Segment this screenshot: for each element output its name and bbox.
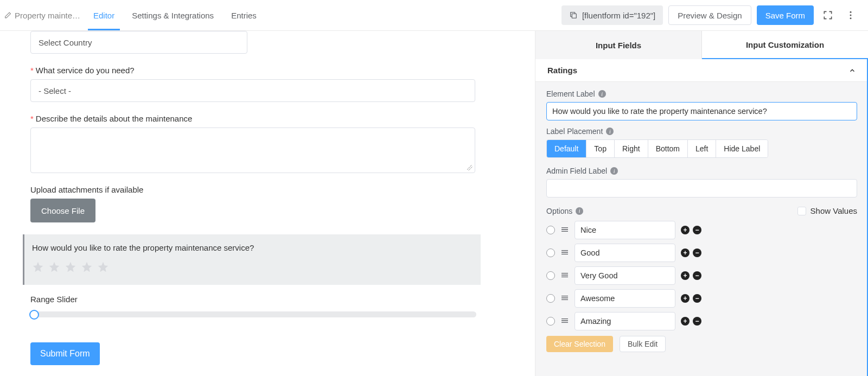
admin-field-label-title: Admin Field Label <box>546 167 607 175</box>
svg-point-2 <box>850 15 852 16</box>
shortcode-display[interactable]: [fluentform id="192"] <box>561 5 663 25</box>
describe-label: Describe the details about the maintenan… <box>36 114 193 123</box>
option-default-radio[interactable] <box>546 271 555 280</box>
option-default-radio[interactable] <box>546 317 555 326</box>
option-label-input[interactable] <box>575 312 675 330</box>
bulk-edit-button[interactable]: Bulk Edit <box>620 336 666 352</box>
option-add-button[interactable]: + <box>681 226 690 234</box>
drag-handle-icon[interactable] <box>560 248 569 258</box>
range-slider[interactable] <box>30 311 476 317</box>
shortcode-text: [fluentform id="192"] <box>582 11 655 20</box>
option-label-input[interactable] <box>575 221 675 239</box>
admin-field-label-input[interactable] <box>546 179 857 197</box>
info-icon[interactable]: i <box>610 167 618 175</box>
required-indicator: * <box>30 114 34 123</box>
option-label-input[interactable] <box>575 266 675 285</box>
fullscreen-button[interactable] <box>819 7 837 24</box>
placement-hide[interactable]: Hide Label <box>716 140 768 157</box>
info-icon[interactable]: i <box>598 90 606 98</box>
show-values-checkbox[interactable] <box>797 207 806 215</box>
option-default-radio[interactable] <box>546 226 555 234</box>
star-icon[interactable] <box>97 261 109 273</box>
option-default-radio[interactable] <box>546 248 555 257</box>
rating-stars[interactable] <box>32 261 473 273</box>
drag-handle-icon[interactable] <box>560 316 569 327</box>
choose-file-button[interactable]: Choose File <box>30 199 95 222</box>
option-default-radio[interactable] <box>546 294 555 303</box>
drag-handle-icon[interactable] <box>560 294 569 304</box>
option-add-button[interactable]: + <box>681 317 690 326</box>
range-label: Range Slider <box>30 295 78 304</box>
form-name[interactable]: Property mainte… <box>4 11 80 20</box>
option-add-button[interactable]: + <box>681 294 690 303</box>
ratings-field-block[interactable]: How would you like to rate the property … <box>23 234 481 285</box>
placement-left[interactable]: Left <box>688 140 716 157</box>
star-icon[interactable] <box>32 261 44 273</box>
option-remove-button[interactable]: − <box>693 294 701 303</box>
ratings-accordion-header[interactable]: Ratings <box>535 59 868 82</box>
element-label-title: Element Label <box>546 90 595 98</box>
placement-bottom[interactable]: Bottom <box>648 140 688 157</box>
expand-icon <box>822 10 833 21</box>
tab-settings[interactable]: Settings & Integrations <box>132 0 214 30</box>
preview-design-button[interactable]: Preview & Design <box>668 5 751 25</box>
option-remove-button[interactable]: − <box>693 271 701 280</box>
submit-button[interactable]: Submit Form <box>30 342 100 365</box>
tab-editor[interactable]: Editor <box>93 0 114 30</box>
option-add-button[interactable]: + <box>681 248 690 257</box>
tab-input-customization[interactable]: Input Customization <box>702 31 868 59</box>
option-row: +− <box>546 221 857 239</box>
option-remove-button[interactable]: − <box>693 248 701 257</box>
clear-selection-button[interactable]: Clear Selection <box>546 336 613 352</box>
svg-point-1 <box>850 11 852 13</box>
svg-point-3 <box>850 17 852 19</box>
service-label: What service do you need? <box>36 66 135 75</box>
label-placement-title: Label Placement <box>546 127 603 136</box>
save-form-button[interactable]: Save Form <box>757 5 814 25</box>
service-select[interactable]: - Select - <box>30 79 475 102</box>
star-icon[interactable] <box>65 261 76 273</box>
panel-tabs: Input Fields Input Customization <box>535 31 868 59</box>
upload-label: Upload attachments if available <box>30 185 143 194</box>
right-panel: Input Fields Input Customization Ratings… <box>535 31 868 376</box>
tab-entries[interactable]: Entries <box>231 0 257 30</box>
label-placement-group: Default Top Right Bottom Left Hide Label <box>546 139 768 158</box>
ratings-label: How would you like to rate the property … <box>32 243 473 252</box>
range-slider-thumb[interactable] <box>29 310 39 320</box>
option-row: +− <box>546 312 857 330</box>
option-label-input[interactable] <box>575 289 675 308</box>
pencil-icon <box>4 11 11 19</box>
info-icon[interactable]: i <box>576 207 583 215</box>
country-select[interactable]: Select Country <box>30 31 247 54</box>
top-bar: Property mainte… Editor Settings & Integ… <box>0 0 868 31</box>
tab-input-fields[interactable]: Input Fields <box>535 31 702 59</box>
describe-textarea[interactable] <box>30 128 475 173</box>
svg-rect-0 <box>572 14 576 18</box>
form-name-text: Property mainte… <box>15 11 80 20</box>
option-remove-button[interactable]: − <box>693 226 701 234</box>
info-icon[interactable]: i <box>606 128 614 135</box>
dots-vertical-icon <box>845 10 856 21</box>
drag-handle-icon[interactable] <box>560 271 569 281</box>
required-indicator: * <box>30 66 34 75</box>
option-row: +− <box>546 266 857 285</box>
element-label-input[interactable] <box>546 102 857 120</box>
option-row: +− <box>546 244 857 262</box>
option-remove-button[interactable]: − <box>693 317 701 326</box>
option-add-button[interactable]: + <box>681 271 690 280</box>
show-values-label: Show Values <box>810 206 857 215</box>
option-row: +− <box>546 289 857 308</box>
placement-right[interactable]: Right <box>615 140 648 157</box>
drag-handle-icon[interactable] <box>560 225 569 235</box>
more-menu-button[interactable] <box>842 7 859 24</box>
chevron-up-icon <box>848 67 856 74</box>
options-title: Options <box>546 207 572 215</box>
star-icon[interactable] <box>81 261 93 273</box>
header-tabs: Editor Settings & Integrations Entries <box>93 0 257 30</box>
copy-icon <box>569 11 578 20</box>
star-icon[interactable] <box>48 261 60 273</box>
option-label-input[interactable] <box>575 244 675 262</box>
placement-top[interactable]: Top <box>586 140 615 157</box>
form-canvas: Select Country *What service do you need… <box>0 31 535 376</box>
placement-default[interactable]: Default <box>547 140 586 157</box>
